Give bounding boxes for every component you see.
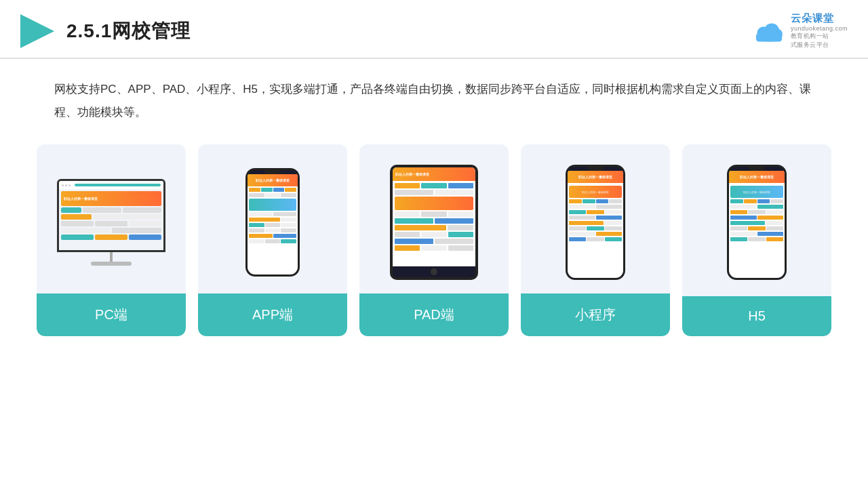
- app-image-area: 职达人的第一量级课堂: [198, 144, 347, 293]
- miniprogram-label: 小程序: [521, 293, 670, 336]
- phone-frame-h5: 职达人的第一量级课堂 职达人的第一量级课堂: [727, 165, 787, 280]
- phone-mockup-h5: 职达人的第一量级课堂 职达人的第一量级课堂: [727, 165, 787, 280]
- card-app: 职达人的第一量级课堂: [198, 144, 347, 336]
- phone-frame-mp: 职达人的第一量级课堂 职达人的第一量级课堂: [566, 165, 625, 280]
- header-left: 2.5.1网校管理: [20, 14, 191, 48]
- logo-area: 云朵课堂 yunduoketang.com 教育机构一站 式服务云平台: [753, 12, 848, 49]
- cards-container: 职达人的第一量级课堂: [27, 144, 841, 336]
- svg-rect-5: [756, 35, 782, 42]
- pad-label: PAD端: [359, 293, 509, 336]
- page-title: 2.5.1网校管理: [66, 18, 191, 44]
- h5-image-area: 职达人的第一量级课堂 职达人的第一量级课堂: [682, 144, 831, 293]
- logo-main-text: 云朵课堂: [791, 12, 834, 25]
- svg-marker-0: [20, 14, 54, 48]
- monitor-screen: 职达人的第一量级课堂: [57, 179, 165, 252]
- card-pc: 职达人的第一量级课堂: [37, 144, 186, 336]
- h5-label: H5: [682, 296, 831, 336]
- description-text: 网校支持PC、APP、PAD、小程序、H5，实现多端打通，产品各终端自由切换，数…: [54, 78, 814, 124]
- card-miniprogram: 职达人的第一量级课堂 职达人的第一量级课堂: [521, 144, 670, 336]
- phone-mockup-app: 职达人的第一量级课堂: [245, 168, 300, 277]
- logo-text: 云朵课堂 yunduoketang.com 教育机构一站 式服务云平台: [791, 12, 848, 49]
- logo-url: yunduoketang.com: [791, 25, 848, 32]
- logo-sub1: 教育机构一站: [791, 32, 829, 41]
- logo-sub2: 式服务云平台: [791, 41, 829, 49]
- miniprogram-image-area: 职达人的第一量级课堂 职达人的第一量级课堂: [521, 144, 670, 293]
- monitor-mockup: 职达人的第一量级课堂: [57, 179, 165, 266]
- cloud-logo-icon: [753, 19, 785, 43]
- pc-label: PC端: [37, 293, 186, 336]
- card-h5: 职达人的第一量级课堂 职达人的第一量级课堂: [682, 144, 831, 336]
- tablet-mockup: 职达人的第一量级课堂: [390, 165, 478, 280]
- phone-frame-app: 职达人的第一量级课堂: [245, 168, 300, 277]
- tablet-frame: 职达人的第一量级课堂: [390, 165, 478, 280]
- pc-image-area: 职达人的第一量级课堂: [37, 144, 186, 293]
- card-pad: 职达人的第一量级课堂: [359, 144, 509, 336]
- page-header: 2.5.1网校管理 云朵课堂 yunduoketang.com 教育机构一站 式…: [0, 0, 868, 59]
- app-label: APP端: [198, 293, 347, 336]
- play-icon: [20, 14, 54, 48]
- phone-mockup-mp: 职达人的第一量级课堂 职达人的第一量级课堂: [566, 165, 625, 280]
- pad-image-area: 职达人的第一量级课堂: [359, 144, 509, 293]
